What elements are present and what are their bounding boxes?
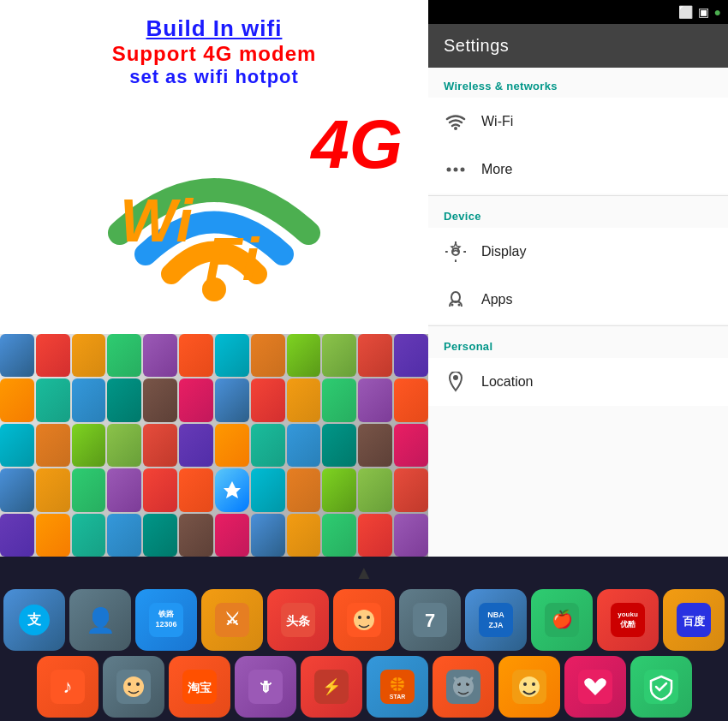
mosaic-cell <box>322 468 356 511</box>
app-icon-alipay[interactable]: 支 <box>3 589 65 651</box>
mosaic-cell <box>215 378 249 421</box>
mosaic-cell <box>0 514 34 557</box>
fourgtext: 4G <box>311 105 403 184</box>
app-icon-ios7[interactable]: 7 <box>399 589 461 651</box>
app-icon-cat[interactable] <box>498 656 560 718</box>
app-icon-contact[interactable]: 👤 <box>69 589 131 651</box>
mosaic-cell <box>107 514 141 557</box>
bottom-section: ▲ 支 👤 铁路 12306 ⚔ <box>0 557 728 721</box>
mosaic-cell <box>251 424 285 467</box>
appstore-cell <box>215 468 249 511</box>
promo-text: Build In wifi Support 4G modem set as wi… <box>0 0 428 97</box>
app-icon-face[interactable] <box>103 656 164 718</box>
svg-text:NBA: NBA <box>487 611 504 619</box>
section-wireless: Wireless & networks <box>428 68 728 98</box>
mosaic-cell <box>251 378 285 421</box>
promo-line3: set as wifi hotpot <box>17 66 411 88</box>
svg-point-59 <box>532 682 535 686</box>
mosaic-cell <box>107 334 141 377</box>
apps-mosaic <box>0 334 428 557</box>
mosaic-cell <box>107 378 141 421</box>
mosaic-cell <box>251 468 285 511</box>
wifi-item[interactable]: Wi-Fi <box>428 98 728 146</box>
location-item[interactable]: Location <box>428 358 728 406</box>
recents-icon: ▣ <box>698 5 709 19</box>
location-label: Location <box>481 374 534 390</box>
mosaic-cell <box>215 424 249 467</box>
promo-4g: 4G <box>203 42 232 65</box>
svg-text:7: 7 <box>425 610 435 631</box>
app-icon-tomcat[interactable] <box>433 656 494 718</box>
app-icon-heart[interactable] <box>564 656 626 718</box>
mosaic-cell <box>179 334 213 377</box>
mosaic-cell <box>251 334 285 377</box>
display-label: Display <box>481 244 526 259</box>
svg-text:🍎: 🍎 <box>552 609 573 629</box>
app-icon-12306[interactable]: 铁路 12306 <box>135 589 197 651</box>
more-label: More <box>481 162 512 177</box>
mosaic-cell <box>143 378 177 421</box>
mosaic-cell <box>394 378 428 421</box>
promo-support: Support <box>112 42 204 65</box>
mosaic-cell <box>287 334 321 377</box>
mosaic-cell <box>72 334 106 377</box>
mosaic-cell <box>322 378 356 421</box>
display-item[interactable]: Display <box>428 228 728 276</box>
app-icon-youku[interactable]: youku 优酷 <box>597 589 659 651</box>
mosaic-cell <box>0 378 34 421</box>
apps-item[interactable]: Apps <box>428 276 728 324</box>
status-bar: ⬜ ▣ ● <box>428 0 728 24</box>
mosaic-cell <box>358 424 392 467</box>
section-personal: Personal <box>428 328 728 358</box>
svg-point-4 <box>447 168 451 172</box>
mosaic-cell <box>0 468 34 511</box>
svg-text:♪: ♪ <box>63 676 72 697</box>
settings-title: Settings <box>428 24 728 68</box>
mosaic-cell <box>179 514 213 557</box>
app-icon-nba[interactable]: NBA ZJA <box>465 589 527 651</box>
more-icon <box>444 158 468 182</box>
mosaic-cell <box>179 424 213 467</box>
app-icon-manga[interactable] <box>333 589 395 651</box>
mosaic-cell <box>358 334 392 377</box>
app-icon-rpg[interactable]: 🗡 <box>235 656 296 718</box>
mosaic-cell <box>358 514 392 557</box>
svg-point-10 <box>458 304 461 307</box>
app-icon-security[interactable] <box>630 656 692 718</box>
app-icon-taobao[interactable]: 淘宝 <box>169 656 230 718</box>
mosaic-grid <box>0 334 428 557</box>
mosaic-cell <box>143 468 177 511</box>
mosaic-cell <box>143 424 177 467</box>
svg-text:youku: youku <box>618 611 638 618</box>
apps-icon <box>444 288 468 312</box>
mosaic-cell <box>215 334 249 377</box>
svg-point-24 <box>367 616 370 619</box>
app-icon-fantasy[interactable]: ⚡ <box>301 656 362 718</box>
app-icon-baidu[interactable]: 百度 <box>663 589 725 651</box>
mosaic-cell <box>287 424 321 467</box>
mosaic-cell <box>72 514 106 557</box>
mosaic-cell <box>36 378 70 421</box>
left-panel: Build In wifi Support 4G modem set as wi… <box>0 0 428 557</box>
mosaic-cell <box>394 424 428 467</box>
mosaic-cell <box>179 378 213 421</box>
more-item[interactable]: More <box>428 146 728 194</box>
mosaic-cell <box>358 378 392 421</box>
mosaic-cell <box>0 424 34 467</box>
svg-text:Fi: Fi <box>206 226 260 293</box>
app-icon-music[interactable]: ♪ <box>37 656 98 718</box>
mosaic-cell <box>143 334 177 377</box>
top-section: Build In wifi Support 4G modem set as wi… <box>0 0 728 557</box>
mosaic-cell <box>107 424 141 467</box>
section-device: Device <box>428 198 728 228</box>
app-icon-toutiao[interactable]: 头条 <box>267 589 329 651</box>
app-icon-bball[interactable]: STAR <box>367 656 428 718</box>
location-icon <box>444 370 468 394</box>
mosaic-cell <box>394 334 428 377</box>
app-icon-fruit[interactable]: 🍎 <box>531 589 593 651</box>
app-icon-game1[interactable]: ⚔ <box>201 589 263 651</box>
apps-label: Apps <box>481 292 512 307</box>
svg-point-11 <box>453 375 458 380</box>
mosaic-cell <box>287 468 321 511</box>
svg-point-40 <box>123 676 144 697</box>
